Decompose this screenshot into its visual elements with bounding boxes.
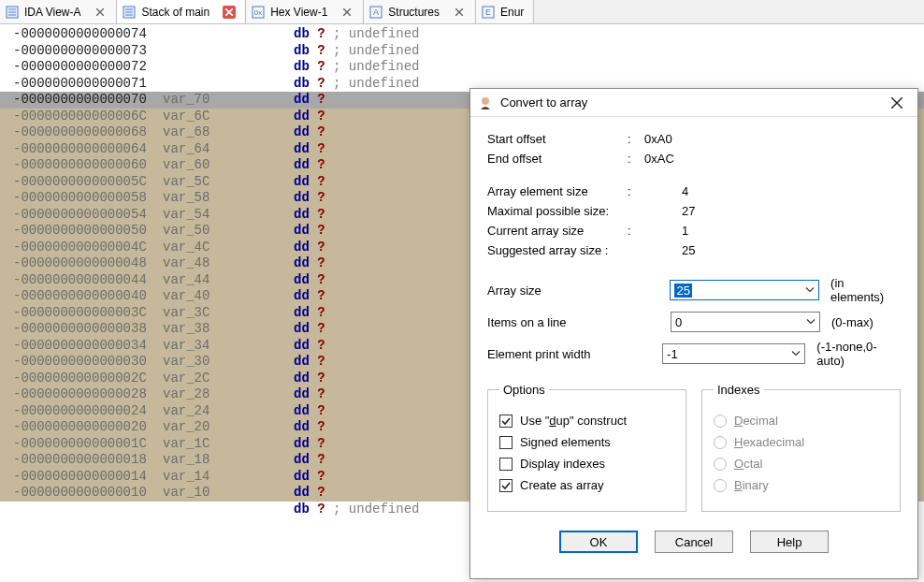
element-print-width-suffix: (-1-none,0-auto) (816, 340, 901, 368)
stack-line[interactable]: -0000000000000073db ? ; undefined (0, 43, 924, 60)
indexes-legend: Indexes (714, 383, 764, 397)
stack-line[interactable]: -0000000000000074db ? ; undefined (0, 26, 924, 43)
close-button[interactable] (884, 92, 910, 114)
tab-ida-view[interactable]: IDA View-A (0, 0, 117, 23)
items-on-line-label: Items on a line (487, 315, 671, 329)
options-legend: Options (499, 383, 549, 397)
octal-radio: Octal (714, 457, 888, 471)
tab-label: IDA View-A (24, 6, 80, 19)
enum-icon: E (482, 6, 495, 19)
svg-text:A: A (373, 7, 379, 17)
cancel-button[interactable]: Cancel (655, 531, 733, 553)
stack-line[interactable]: -0000000000000072db ? ; undefined (0, 59, 924, 76)
tab-label: Stack of main (141, 6, 209, 19)
dialog-title: Convert to array (500, 95, 884, 109)
close-icon[interactable] (453, 6, 466, 19)
create-as-array-checkbox[interactable]: Create as array (499, 478, 674, 492)
chevron-down-icon[interactable] (805, 284, 815, 298)
chevron-down-icon[interactable] (791, 347, 801, 361)
tab-label: Enur (500, 6, 524, 19)
app-icon (478, 95, 493, 110)
use-dup-checkbox[interactable]: Use "dup" construct (499, 414, 674, 428)
array-size-suffix: (in elements) (830, 276, 901, 304)
display-indexes-checkbox[interactable]: Display indexes (499, 457, 674, 471)
hexadecimal-radio: Hexadecimal (714, 435, 888, 449)
max-size-label: Maximal possible size: (487, 204, 628, 218)
disasm-icon (123, 6, 136, 19)
element-print-width-input[interactable]: -1 (662, 343, 805, 364)
start-offset-value: 0xA0 (644, 132, 672, 146)
svg-point-22 (482, 97, 489, 105)
array-size-input[interactable]: 25 (670, 280, 819, 300)
hex-icon: 0x (252, 6, 265, 19)
options-group: Options Use "dup" construct Signed eleme… (487, 383, 686, 512)
suggested-size-value: 25 (682, 243, 695, 257)
element-size-value: 4 (682, 184, 688, 198)
tab-stack-of-main[interactable]: Stack of main (117, 0, 246, 23)
svg-text:0x: 0x (254, 8, 262, 17)
help-button[interactable]: Help (750, 531, 829, 553)
indexes-group: Indexes Decimal Hexadecimal Octal Binary (701, 383, 901, 512)
signed-elements-checkbox[interactable]: Signed elements (499, 435, 674, 449)
binary-radio: Binary (714, 478, 888, 492)
tab-bar: IDA View-A Stack of main 0x Hex View-1 A… (0, 0, 924, 24)
tab-label: Hex View-1 (270, 6, 327, 19)
current-size-value: 1 (682, 224, 688, 238)
element-size-label: Array element size (487, 184, 628, 198)
items-on-line-input[interactable]: 0 (671, 312, 820, 332)
max-size-value: 27 (682, 204, 695, 218)
current-size-label: Current array size (487, 224, 628, 238)
close-icon[interactable] (94, 6, 107, 19)
disasm-icon (6, 6, 19, 19)
ok-button[interactable]: OK (559, 531, 638, 553)
close-icon[interactable] (340, 6, 354, 19)
tab-enums[interactable]: E Enur (476, 0, 534, 23)
end-offset-value: 0xAC (644, 152, 674, 166)
items-on-line-suffix: (0-max) (831, 315, 873, 329)
dialog-titlebar[interactable]: Convert to array (470, 89, 917, 117)
struct-icon: A (369, 6, 383, 19)
tab-structures[interactable]: A Structures (364, 0, 476, 23)
svg-text:E: E (485, 7, 491, 17)
close-icon[interactable] (223, 6, 236, 19)
chevron-down-icon[interactable] (806, 315, 816, 329)
element-print-width-label: Element print width (487, 347, 662, 361)
suggested-size-label: Suggested array size : (487, 243, 628, 257)
tab-label: Structures (388, 6, 440, 19)
decimal-radio: Decimal (714, 414, 888, 428)
end-offset-label: End offset (487, 152, 628, 166)
start-offset-label: Start offset (487, 132, 628, 146)
array-size-label: Array size (487, 284, 670, 298)
convert-to-array-dialog: Convert to array Start offset:0xA0 End o… (469, 88, 918, 579)
tab-hex-view[interactable]: 0x Hex View-1 (246, 0, 364, 23)
